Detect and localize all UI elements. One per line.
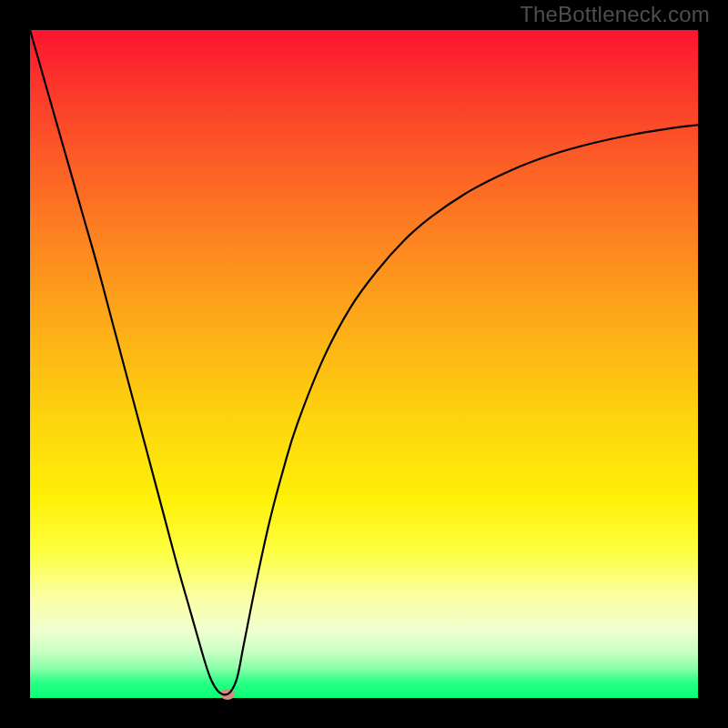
bottleneck-curve — [30, 30, 698, 698]
plot-area — [30, 30, 698, 698]
watermark-text: TheBottleneck.com — [520, 2, 710, 27]
chart-frame: TheBottleneck.com — [0, 0, 728, 728]
curve-path — [30, 30, 698, 695]
